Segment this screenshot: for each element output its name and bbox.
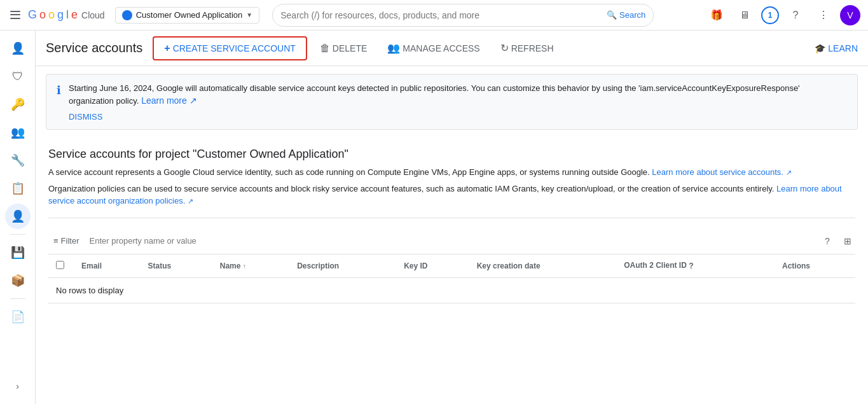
- filter-button[interactable]: ≡ Filter: [48, 233, 84, 248]
- filter-bar: ≡ Filter ? ⊞: [48, 228, 855, 254]
- sidebar-divider: [10, 234, 25, 235]
- chevron-down-icon: ▼: [246, 11, 252, 18]
- search-icon: 🔍: [607, 10, 617, 20]
- learn-icon: 🎓: [815, 43, 825, 53]
- content-area: Service accounts + CREATE SERVICE ACCOUN…: [36, 31, 868, 404]
- nav-icons: 🎁 🖥 1 ? ⋮ V: [705, 4, 860, 27]
- expand-icon: ›: [16, 381, 19, 391]
- people-icon: 👥: [11, 125, 25, 139]
- delete-button[interactable]: 🗑 DELETE: [312, 38, 375, 59]
- refresh-icon: ↻: [500, 42, 509, 54]
- help-icon-button[interactable]: ?: [784, 4, 807, 27]
- actions-column-header: Actions: [775, 254, 855, 278]
- sidebar-item-storage[interactable]: 💾: [5, 240, 31, 265]
- status-column-header: Status: [141, 254, 212, 278]
- gift-icon-button[interactable]: 🎁: [705, 4, 728, 27]
- search-button[interactable]: 🔍 Search: [607, 10, 645, 20]
- select-all-header: [48, 254, 74, 278]
- no-rows-row: No rows to display: [48, 277, 855, 303]
- service-accounts-icon: 👤: [11, 209, 25, 223]
- section-divider: [48, 218, 855, 218]
- external-link-icon: ↗: [189, 95, 197, 106]
- name-column-header[interactable]: Name ↑: [212, 254, 289, 278]
- no-rows-text: No rows to display: [48, 277, 855, 303]
- page-title: Service accounts: [46, 41, 142, 55]
- key-creation-date-column-header: Key creation date: [469, 254, 617, 278]
- learn-more-link[interactable]: Learn more ↗: [141, 95, 196, 106]
- monitor-icon-button[interactable]: 🖥: [733, 4, 756, 27]
- main-layout: 👤 🛡 🔑 👥 🔧 📋 👤 💾 📦 📄: [0, 31, 868, 404]
- table-body: No rows to display: [48, 277, 855, 303]
- project-dot-icon: [122, 10, 132, 20]
- sidebar-item-people[interactable]: 👥: [5, 120, 31, 145]
- audit-icon: 📋: [11, 181, 25, 195]
- sidebar-item-shield[interactable]: 🛡: [5, 64, 31, 89]
- dismiss-button[interactable]: DISMISS: [69, 107, 102, 122]
- create-service-account-button[interactable]: + CREATE SERVICE ACCOUNT: [153, 36, 307, 60]
- deny-icon: 📄: [11, 310, 25, 324]
- scrollable-body: ℹ Starting June 16, 2024, Google will au…: [36, 66, 868, 404]
- external-link-icon-1: ↗: [786, 169, 792, 176]
- toolbar: Service accounts + CREATE SERVICE ACCOUN…: [36, 31, 868, 66]
- search-input[interactable]: [280, 10, 602, 20]
- alert-banner: ℹ Starting June 16, 2024, Google will au…: [46, 74, 858, 130]
- filter-icon: ≡: [53, 236, 59, 246]
- filter-help-icon-button[interactable]: ?: [820, 233, 835, 249]
- oauth2-client-id-column-header: OAuth 2 Client ID ?: [616, 254, 775, 278]
- notification-count-button[interactable]: 1: [761, 6, 779, 24]
- external-link-icon-2: ↗: [188, 197, 193, 205]
- select-all-checkbox[interactable]: [56, 261, 64, 269]
- hamburger-menu-icon[interactable]: [8, 8, 23, 23]
- sidebar-item-audit[interactable]: 📋: [5, 176, 31, 201]
- plus-icon: +: [164, 43, 170, 54]
- top-nav: Google Cloud Customer Owned Application …: [0, 0, 868, 31]
- oauth2-help-icon[interactable]: ?: [689, 261, 693, 270]
- sidebar-item-tools[interactable]: 🔧: [5, 148, 31, 173]
- key-id-column-header: Key ID: [396, 254, 469, 278]
- table-header: Email Status Name ↑ Description Key ID K…: [48, 254, 855, 278]
- learn-button[interactable]: 🎓 LEARN: [815, 43, 858, 53]
- delete-icon: 🗑: [320, 43, 330, 54]
- shield-icon: 🛡: [12, 70, 24, 83]
- tools-icon: 🔧: [11, 153, 25, 167]
- manage-access-icon: 👥: [387, 42, 400, 54]
- sidebar-item-workload[interactable]: 📦: [5, 268, 31, 293]
- service-accounts-table: Email Status Name ↑ Description Key ID K…: [48, 254, 855, 303]
- alert-content: Starting June 16, 2024, Google will auto…: [69, 82, 847, 122]
- storage-icon: 💾: [11, 246, 25, 260]
- description-column-header: Description: [289, 254, 396, 278]
- learn-more-service-accounts-link[interactable]: Learn more about service accounts. ↗: [652, 167, 791, 177]
- sidebar-divider-2: [10, 298, 25, 299]
- sidebar-item-deny[interactable]: 📄: [5, 304, 31, 330]
- column-chooser-button[interactable]: ⊞: [840, 233, 855, 249]
- info-icon: ℹ: [57, 83, 61, 122]
- key-icon: 🔑: [11, 97, 25, 111]
- manage-access-button[interactable]: 👥 MANAGE ACCESS: [380, 37, 487, 59]
- page-content: Service accounts for project "Customer O…: [36, 137, 868, 314]
- project-selector[interactable]: Customer Owned Application ▼: [115, 7, 260, 24]
- section-desc-2: Organization policies can be used to sec…: [48, 183, 855, 207]
- iam-icon: 👤: [11, 41, 25, 55]
- user-avatar[interactable]: V: [840, 5, 860, 25]
- refresh-button[interactable]: ↻ REFRESH: [493, 37, 561, 59]
- sidebar-item-key[interactable]: 🔑: [5, 92, 31, 117]
- project-name: Customer Owned Application: [136, 10, 243, 20]
- sidebar-item-iam[interactable]: 👤: [5, 36, 31, 61]
- more-options-icon-button[interactable]: ⋮: [812, 4, 835, 27]
- workload-icon: 📦: [11, 274, 25, 288]
- sidebar: 👤 🛡 🔑 👥 🔧 📋 👤 💾 📦 📄: [0, 31, 36, 404]
- sort-asc-icon: ↑: [243, 263, 246, 270]
- filter-input[interactable]: [89, 236, 815, 246]
- section-title: Service accounts for project "Customer O…: [48, 148, 855, 161]
- sidebar-item-service-accounts[interactable]: 👤: [5, 204, 31, 229]
- search-bar: 🔍 Search: [272, 4, 654, 27]
- google-cloud-logo[interactable]: Google Cloud: [28, 8, 105, 22]
- sidebar-expand-button[interactable]: ›: [5, 373, 31, 399]
- email-column-header: Email: [74, 254, 141, 278]
- section-desc-1: A service account represents a Google Cl…: [48, 166, 855, 179]
